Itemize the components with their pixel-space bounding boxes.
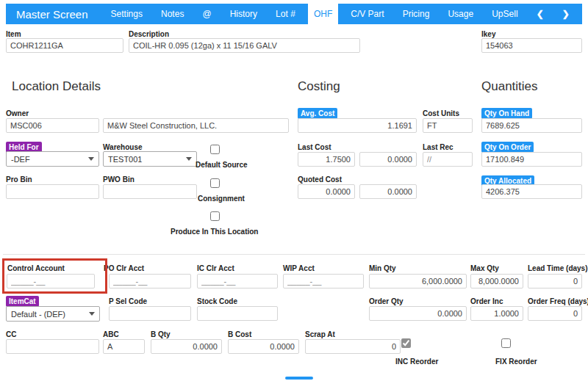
po-clr-acct-label: PO Clr Acct — [104, 264, 144, 272]
last-cost-label: Last Cost — [298, 143, 331, 151]
tab-upsell[interactable]: UpSell — [486, 4, 523, 24]
consignment-checkbox[interactable] — [210, 178, 220, 188]
order-inc-label: Order Inc — [470, 297, 503, 305]
owner-code-input[interactable] — [6, 118, 99, 133]
b-qty-input[interactable] — [151, 339, 222, 354]
b-qty-label: B Qty — [151, 330, 171, 338]
owner-name-input[interactable] — [103, 118, 289, 133]
ikey-input[interactable] — [481, 38, 582, 53]
max-qty-input[interactable] — [470, 274, 523, 289]
chevron-down-icon — [186, 157, 192, 161]
held-for-value: -DEF — [11, 155, 30, 164]
order-freq-input[interactable] — [528, 306, 582, 321]
order-freq-label: Order Freq (days) — [528, 297, 588, 305]
itemcat-value: Default - (DEF) — [11, 310, 65, 319]
section-divider — [3, 254, 585, 255]
warehouse-select[interactable]: TEST001 — [103, 151, 197, 167]
p-sel-code-label: P Sel Code — [109, 297, 147, 305]
control-account-input[interactable] — [7, 274, 95, 289]
produce-in-location-label: Produce In This Location — [171, 228, 258, 236]
abc-input[interactable] — [103, 339, 145, 354]
order-qty-label: Order Qty — [369, 297, 404, 305]
max-qty-label: Max Qty — [470, 264, 499, 272]
chevron-down-icon — [89, 312, 95, 316]
default-source-checkbox[interactable] — [210, 145, 220, 154]
warehouse-value: TEST001 — [108, 155, 142, 164]
quoted-cost-input-2[interactable] — [359, 184, 417, 199]
inc-reorder-label: INC Reorder — [395, 358, 438, 366]
scrap-at-input[interactable] — [305, 339, 401, 354]
itemcat-select[interactable]: Default - (DEF) — [6, 306, 100, 322]
item-input[interactable] — [6, 38, 123, 53]
pwo-bin-label: PWO Bin — [103, 175, 135, 184]
owner-label: Owner — [6, 109, 29, 117]
nav-next-icon[interactable]: ❯ — [556, 4, 576, 24]
page-title: Master Screen — [6, 4, 98, 24]
last-rec-input[interactable] — [423, 152, 473, 167]
costing-heading: Costing — [298, 79, 340, 94]
b-cost-label: B Cost — [228, 330, 251, 338]
ic-clr-acct-input[interactable] — [197, 274, 278, 289]
order-qty-input[interactable] — [369, 306, 467, 321]
abc-label: ABC — [103, 330, 119, 338]
description-label: Description — [129, 30, 169, 38]
tab-history[interactable]: History — [224, 4, 263, 24]
inc-reorder-checkbox[interactable] — [401, 338, 411, 348]
wip-acct-label: WIP Acct — [283, 264, 315, 272]
control-account-label: Control Account — [7, 264, 65, 272]
avg-cost-input[interactable] — [298, 118, 417, 133]
tab-usage[interactable]: Usage — [442, 4, 479, 24]
last-cost-input-2[interactable] — [359, 152, 417, 167]
itemcat-badge: ItemCat — [6, 296, 39, 307]
default-source-label: Default Source — [196, 161, 248, 169]
tab-cv-part[interactable]: C/V Part — [345, 4, 390, 24]
qty-on-hand-input[interactable] — [481, 118, 582, 133]
tab-pricing[interactable]: Pricing — [397, 4, 436, 24]
tab-settings[interactable]: Settings — [105, 4, 148, 24]
stock-code-input[interactable] — [197, 306, 278, 321]
po-clr-acct-input[interactable] — [109, 274, 191, 289]
tab-lot-number[interactable]: Lot # — [270, 4, 301, 24]
qty-allocated-input[interactable] — [481, 184, 582, 199]
fix-reorder-label: FIX Reorder — [495, 358, 537, 366]
top-nav-bar: Master Screen Settings Notes @ History L… — [6, 4, 582, 24]
min-qty-input[interactable] — [369, 274, 467, 289]
qty-on-hand-badge: Qty On Hand — [481, 108, 532, 119]
pro-bin-label: Pro Bin — [6, 175, 32, 184]
cost-units-input[interactable] — [423, 118, 473, 133]
qty-on-order-input[interactable] — [481, 152, 582, 167]
ic-clr-acct-label: IC Clr Acct — [197, 264, 234, 272]
cost-units-label: Cost Units — [423, 109, 459, 117]
fix-reorder-checkbox[interactable] — [501, 338, 511, 348]
quoted-cost-label: Quoted Cost — [298, 175, 342, 184]
horizontal-scrollbar-thumb[interactable] — [285, 377, 313, 380]
min-qty-label: Min Qty — [369, 264, 396, 272]
tab-ohf[interactable]: OHF — [308, 4, 338, 24]
lead-time-input[interactable] — [528, 274, 582, 289]
produce-in-location-checkbox[interactable] — [210, 211, 220, 221]
item-label: Item — [6, 30, 21, 38]
location-details-heading: Location Details — [12, 79, 101, 94]
nav-prev-icon[interactable]: ❮ — [531, 4, 550, 24]
warehouse-label: Warehouse — [103, 143, 143, 151]
wip-acct-input[interactable] — [283, 274, 364, 289]
stock-code-label: Stock Code — [197, 297, 237, 305]
description-input[interactable] — [129, 38, 360, 53]
master-screen-page: Master Screen Settings Notes @ History L… — [0, 0, 588, 381]
scrap-at-label: Scrap At — [305, 330, 335, 338]
pro-bin-input[interactable] — [6, 184, 99, 199]
held-for-select[interactable]: -DEF — [6, 151, 99, 167]
lead-time-label: Lead Time (days) — [528, 264, 588, 272]
ikey-label: Ikey — [481, 30, 495, 38]
cc-input[interactable] — [6, 339, 99, 354]
avg-cost-badge: Avg. Cost — [298, 108, 337, 119]
last-cost-input-1[interactable] — [298, 152, 355, 167]
b-cost-input[interactable] — [228, 339, 299, 354]
quoted-cost-input-1[interactable] — [298, 184, 355, 199]
tab-notes[interactable]: Notes — [155, 4, 190, 24]
order-inc-input[interactable] — [470, 306, 523, 321]
p-sel-code-input[interactable] — [109, 306, 191, 321]
pwo-bin-input[interactable] — [103, 184, 197, 199]
tab-at[interactable]: @ — [196, 4, 217, 24]
nav-tabs: Settings Notes @ History Lot # OHF C/V P… — [98, 4, 582, 24]
